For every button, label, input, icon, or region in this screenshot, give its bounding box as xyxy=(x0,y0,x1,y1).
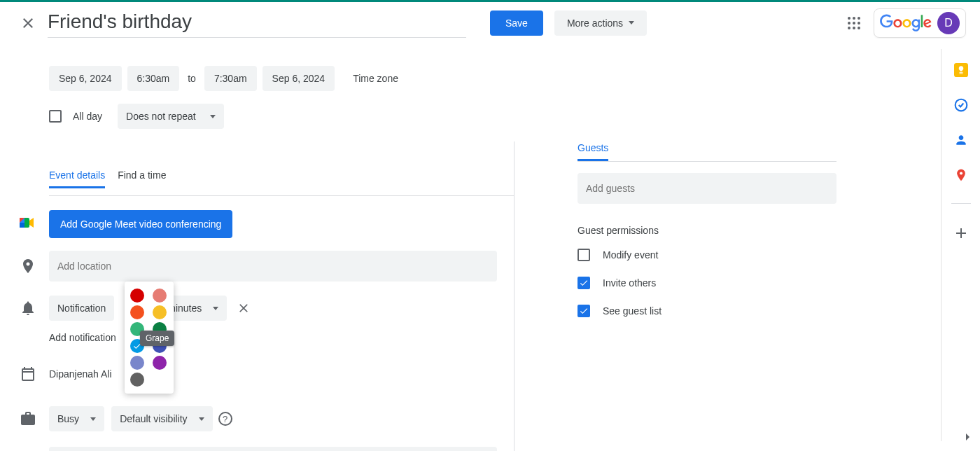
description-toolbar: B I U xyxy=(49,447,497,451)
notification-type-select[interactable]: Notification xyxy=(49,296,114,321)
see-guest-list-label: See guest list xyxy=(603,305,662,317)
color-banana[interactable] xyxy=(153,305,167,319)
end-time-chip[interactable]: 7:30am xyxy=(204,66,257,91)
start-date-chip[interactable]: Sep 6, 2024 xyxy=(49,66,122,91)
availability-select[interactable]: Busy xyxy=(49,406,104,431)
to-label: to xyxy=(185,73,199,84)
help-icon[interactable]: ? xyxy=(218,412,232,426)
maps-icon[interactable] xyxy=(954,168,968,182)
invite-others-checkbox[interactable] xyxy=(578,277,590,289)
svg-point-8 xyxy=(858,27,860,29)
invite-others-label: Invite others xyxy=(603,277,656,289)
svg-rect-11 xyxy=(20,223,24,228)
guests-panel: Guests Guest permissions Modify event In… xyxy=(578,141,836,333)
start-time-chip[interactable]: 6:30am xyxy=(127,66,180,91)
location-icon xyxy=(20,258,36,275)
header: Save More actions D xyxy=(0,2,980,43)
svg-point-0 xyxy=(848,17,850,20)
addons-plus-icon[interactable] xyxy=(953,225,969,242)
add-meet-button[interactable]: Add Google Meet video conferencing xyxy=(49,210,232,238)
chevron-down-icon xyxy=(90,417,96,421)
chevron-down-icon xyxy=(199,417,204,421)
google-logo xyxy=(880,14,932,32)
close-icon[interactable] xyxy=(20,15,36,32)
color-tangerine[interactable] xyxy=(130,305,144,319)
add-guests-input[interactable] xyxy=(578,173,836,204)
svg-point-5 xyxy=(858,22,860,25)
datetime-row: Sep 6, 2024 6:30am to 7:30am Sep 6, 2024… xyxy=(49,66,980,91)
all-day-label: All day xyxy=(73,111,102,122)
svg-point-1 xyxy=(853,17,855,20)
keep-icon[interactable] xyxy=(954,63,968,77)
more-actions-label: More actions xyxy=(567,18,623,29)
svg-point-3 xyxy=(848,22,850,25)
details-tabs: Event details Find a time xyxy=(49,169,497,188)
chevron-down-icon xyxy=(210,115,216,118)
expand-panel-icon[interactable] xyxy=(959,429,976,445)
color-tooltip: Grape xyxy=(140,331,174,346)
modify-event-label: Modify event xyxy=(603,249,658,261)
timezone-button[interactable]: Time zone xyxy=(353,73,398,84)
save-button[interactable]: Save xyxy=(490,11,543,36)
color-tomato[interactable] xyxy=(130,289,144,303)
remove-notification-button[interactable] xyxy=(237,301,251,315)
contacts-icon[interactable] xyxy=(954,133,968,147)
chevron-down-icon xyxy=(213,307,218,310)
svg-point-14 xyxy=(959,172,962,174)
avatar: D xyxy=(937,12,960,34)
add-notification-button[interactable]: Add notification xyxy=(49,332,497,343)
all-day-checkbox[interactable] xyxy=(49,110,62,123)
chevron-down-icon xyxy=(629,21,634,25)
notification-icon xyxy=(20,300,36,317)
color-graphite[interactable] xyxy=(130,373,144,387)
color-grape[interactable] xyxy=(153,356,167,370)
modify-event-checkbox[interactable] xyxy=(578,249,590,261)
repeat-select[interactable]: Does not repeat xyxy=(118,104,224,129)
svg-point-4 xyxy=(853,22,855,25)
location-input[interactable] xyxy=(49,251,497,282)
visibility-select[interactable]: Default visibility xyxy=(111,406,212,431)
tab-event-details[interactable]: Event details xyxy=(49,169,105,188)
side-panel xyxy=(941,49,980,441)
calendar-owner-label[interactable]: Dipanjenah Ali xyxy=(49,364,112,384)
allday-repeat-row: All day Does not repeat xyxy=(49,104,980,129)
tab-find-time[interactable]: Find a time xyxy=(118,169,166,188)
color-flamingo[interactable] xyxy=(153,289,167,303)
end-date-chip[interactable]: Sep 6, 2024 xyxy=(262,66,335,91)
meet-icon xyxy=(18,214,35,231)
apps-grid-icon[interactable] xyxy=(846,15,862,32)
svg-point-2 xyxy=(858,17,860,20)
svg-point-7 xyxy=(853,27,855,29)
briefcase-icon xyxy=(20,410,36,427)
account-badge[interactable]: D xyxy=(874,8,966,38)
guest-permissions-title: Guest permissions xyxy=(578,225,836,236)
calendar-icon xyxy=(20,366,36,382)
color-lavender[interactable] xyxy=(130,356,144,370)
svg-point-6 xyxy=(848,27,850,29)
tab-guests[interactable]: Guests xyxy=(578,142,608,161)
tasks-icon[interactable] xyxy=(954,98,968,112)
more-actions-button[interactable]: More actions xyxy=(554,11,647,36)
event-title-input[interactable] xyxy=(48,8,466,38)
see-guest-list-checkbox[interactable] xyxy=(578,305,590,317)
